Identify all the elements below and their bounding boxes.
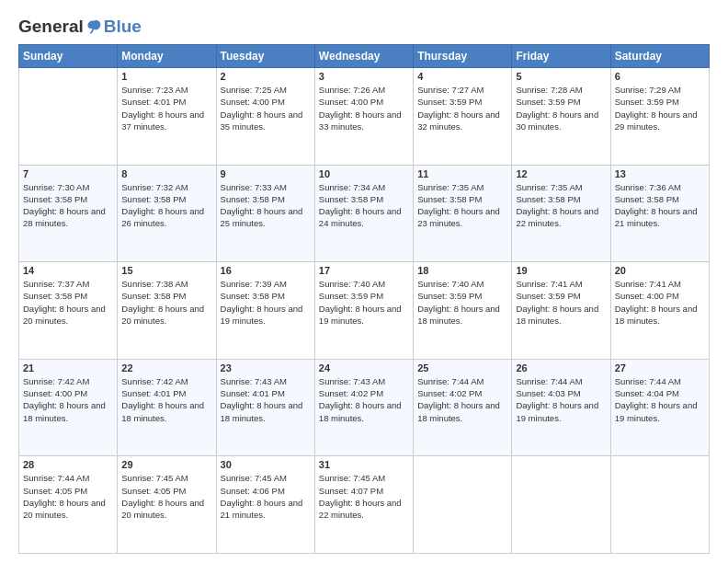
daylight-text: Daylight: 8 hours and 33 minutes.	[319, 109, 409, 133]
header: General Blue	[18, 17, 710, 37]
sunrise-text: Sunrise: 7:32 AM	[121, 181, 211, 193]
day-number: 28	[23, 459, 113, 470]
sunrise-text: Sunrise: 7:30 AM	[23, 181, 113, 193]
sunrise-text: Sunrise: 7:26 AM	[319, 84, 409, 96]
day-number: 22	[121, 362, 211, 373]
calendar-cell: 4 Sunrise: 7:27 AM Sunset: 3:59 PM Dayli…	[414, 68, 512, 166]
day-number: 23	[221, 362, 311, 373]
day-number: 2	[221, 71, 311, 82]
sunset-text: Sunset: 4:02 PM	[417, 387, 507, 399]
sunset-text: Sunset: 4:00 PM	[23, 387, 113, 399]
day-number: 15	[121, 265, 211, 276]
daylight-text: Daylight: 8 hours and 30 minutes.	[516, 109, 606, 133]
day-number: 30	[221, 459, 311, 470]
calendar-week-row: 7 Sunrise: 7:30 AM Sunset: 3:58 PM Dayli…	[19, 165, 710, 262]
day-number: 16	[221, 265, 311, 276]
logo-bird-icon	[85, 17, 103, 36]
calendar-cell: 23 Sunrise: 7:43 AM Sunset: 4:01 PM Dayl…	[216, 359, 314, 456]
calendar-cell: 30 Sunrise: 7:45 AM Sunset: 4:06 PM Dayl…	[216, 456, 314, 554]
daylight-text: Daylight: 8 hours and 37 minutes.	[121, 109, 211, 133]
calendar-cell: 16 Sunrise: 7:39 AM Sunset: 3:58 PM Dayl…	[216, 262, 314, 360]
calendar-cell: 11 Sunrise: 7:35 AM Sunset: 3:58 PM Dayl…	[414, 165, 512, 262]
daylight-text: Daylight: 8 hours and 18 minutes.	[319, 399, 409, 424]
sunrise-text: Sunrise: 7:34 AM	[319, 181, 409, 193]
sunset-text: Sunset: 3:58 PM	[221, 193, 311, 205]
daylight-text: Daylight: 8 hours and 18 minutes.	[516, 303, 606, 327]
sunrise-text: Sunrise: 7:25 AM	[221, 84, 311, 96]
sunset-text: Sunset: 4:00 PM	[319, 96, 409, 108]
calendar-cell: 10 Sunrise: 7:34 AM Sunset: 3:58 PM Dayl…	[314, 165, 413, 262]
calendar-cell: 24 Sunrise: 7:43 AM Sunset: 4:02 PM Dayl…	[314, 359, 413, 456]
sunrise-text: Sunrise: 7:44 AM	[615, 375, 705, 387]
day-number: 5	[516, 71, 606, 82]
sunset-text: Sunset: 4:01 PM	[121, 96, 211, 108]
day-number: 10	[319, 168, 409, 179]
day-number: 17	[319, 265, 409, 276]
calendar-header-row: SundayMondayTuesdayWednesdayThursdayFrid…	[19, 45, 710, 68]
daylight-text: Daylight: 8 hours and 19 minutes.	[516, 399, 606, 424]
sunset-text: Sunset: 4:05 PM	[23, 485, 113, 497]
sunset-text: Sunset: 4:00 PM	[615, 290, 705, 302]
col-header-thursday: Thursday	[414, 45, 512, 68]
calendar-cell: 29 Sunrise: 7:45 AM Sunset: 4:05 PM Dayl…	[118, 456, 216, 554]
daylight-text: Daylight: 8 hours and 21 minutes.	[221, 497, 311, 522]
sunrise-text: Sunrise: 7:41 AM	[615, 278, 705, 290]
calendar-cell: 25 Sunrise: 7:44 AM Sunset: 4:02 PM Dayl…	[414, 359, 512, 456]
sunset-text: Sunset: 3:58 PM	[221, 290, 311, 302]
calendar-cell: 2 Sunrise: 7:25 AM Sunset: 4:00 PM Dayli…	[216, 68, 314, 166]
calendar-cell: 12 Sunrise: 7:35 AM Sunset: 3:58 PM Dayl…	[512, 165, 610, 262]
daylight-text: Daylight: 8 hours and 19 minutes.	[319, 303, 409, 327]
sunset-text: Sunset: 3:58 PM	[23, 290, 113, 302]
day-number: 9	[221, 168, 311, 179]
calendar-cell: 19 Sunrise: 7:41 AM Sunset: 3:59 PM Dayl…	[512, 262, 610, 360]
calendar-cell	[610, 456, 709, 554]
sunset-text: Sunset: 4:07 PM	[319, 485, 409, 497]
sunset-text: Sunset: 3:58 PM	[121, 193, 211, 205]
sunrise-text: Sunrise: 7:43 AM	[319, 375, 409, 387]
day-number: 14	[23, 265, 113, 276]
day-number: 20	[615, 265, 705, 276]
page: General Blue SundayMondayTuesdayWednesda…	[0, 0, 728, 563]
day-number: 8	[121, 168, 211, 179]
day-number: 1	[121, 71, 211, 82]
calendar-cell: 7 Sunrise: 7:30 AM Sunset: 3:58 PM Dayli…	[19, 165, 118, 262]
calendar-week-row: 14 Sunrise: 7:37 AM Sunset: 3:58 PM Dayl…	[19, 262, 710, 360]
logo-blue: Blue	[104, 17, 142, 37]
daylight-text: Daylight: 8 hours and 20 minutes.	[23, 303, 113, 327]
daylight-text: Daylight: 8 hours and 35 minutes.	[221, 109, 311, 133]
daylight-text: Daylight: 8 hours and 18 minutes.	[221, 399, 311, 424]
calendar-cell: 15 Sunrise: 7:38 AM Sunset: 3:58 PM Dayl…	[118, 262, 216, 360]
day-number: 11	[417, 168, 507, 179]
daylight-text: Daylight: 8 hours and 22 minutes.	[319, 497, 409, 522]
calendar-cell	[512, 456, 610, 554]
calendar-cell: 9 Sunrise: 7:33 AM Sunset: 3:58 PM Dayli…	[216, 165, 314, 262]
calendar-cell: 31 Sunrise: 7:45 AM Sunset: 4:07 PM Dayl…	[314, 456, 413, 554]
daylight-text: Daylight: 8 hours and 29 minutes.	[615, 109, 705, 133]
sunrise-text: Sunrise: 7:35 AM	[516, 181, 606, 193]
col-header-sunday: Sunday	[19, 45, 118, 68]
calendar-week-row: 1 Sunrise: 7:23 AM Sunset: 4:01 PM Dayli…	[19, 68, 710, 166]
sunrise-text: Sunrise: 7:39 AM	[221, 278, 311, 290]
col-header-tuesday: Tuesday	[216, 45, 314, 68]
daylight-text: Daylight: 8 hours and 19 minutes.	[615, 399, 705, 424]
col-header-wednesday: Wednesday	[314, 45, 413, 68]
calendar-cell: 21 Sunrise: 7:42 AM Sunset: 4:00 PM Dayl…	[19, 359, 118, 456]
sunrise-text: Sunrise: 7:41 AM	[516, 278, 606, 290]
sunrise-text: Sunrise: 7:36 AM	[615, 181, 705, 193]
sunset-text: Sunset: 3:58 PM	[417, 193, 507, 205]
day-number: 3	[319, 71, 409, 82]
daylight-text: Daylight: 8 hours and 18 minutes.	[417, 399, 507, 424]
calendar-cell	[19, 68, 118, 166]
sunrise-text: Sunrise: 7:45 AM	[319, 472, 409, 484]
sunset-text: Sunset: 3:58 PM	[516, 193, 606, 205]
sunrise-text: Sunrise: 7:45 AM	[121, 472, 211, 484]
sunrise-text: Sunrise: 7:35 AM	[417, 181, 507, 193]
col-header-saturday: Saturday	[610, 45, 709, 68]
sunrise-text: Sunrise: 7:40 AM	[319, 278, 409, 290]
calendar-cell: 1 Sunrise: 7:23 AM Sunset: 4:01 PM Dayli…	[118, 68, 216, 166]
sunset-text: Sunset: 4:04 PM	[615, 387, 705, 399]
sunrise-text: Sunrise: 7:40 AM	[417, 278, 507, 290]
sunset-text: Sunset: 4:05 PM	[121, 485, 211, 497]
day-number: 4	[417, 71, 507, 82]
calendar-cell: 8 Sunrise: 7:32 AM Sunset: 3:58 PM Dayli…	[118, 165, 216, 262]
